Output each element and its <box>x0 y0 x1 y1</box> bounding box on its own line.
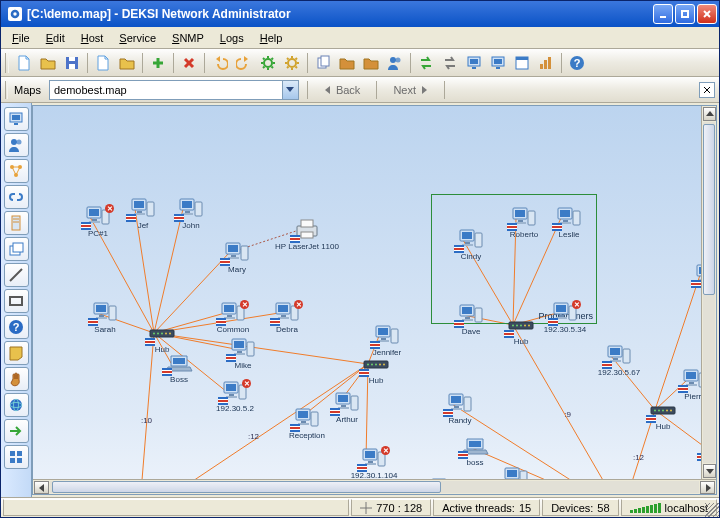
node-roberto[interactable]: Roberto <box>502 207 546 239</box>
node-pc1[interactable]: ✕ PC#1 <box>76 206 120 238</box>
menu-file[interactable]: File <box>5 30 37 46</box>
svg-rect-130 <box>370 341 380 343</box>
monitor-icon[interactable] <box>463 52 485 74</box>
node-arthur[interactable]: Arthur <box>325 392 369 424</box>
document-open-icon[interactable] <box>37 52 59 74</box>
refresh-stop-icon[interactable] <box>439 52 461 74</box>
menu-host[interactable]: Host <box>74 30 111 46</box>
dropdown-icon[interactable] <box>282 81 298 99</box>
shape-tool-icon[interactable] <box>4 289 29 313</box>
redo-icon[interactable] <box>233 52 255 74</box>
server-icon[interactable] <box>4 211 29 235</box>
close-button[interactable] <box>697 4 717 24</box>
flag-icon <box>552 223 562 231</box>
node-ip52[interactable]: ✕ 192.30.5.2 <box>213 381 257 413</box>
note-icon[interactable] <box>4 341 29 365</box>
scroll-right-icon[interactable] <box>700 481 715 494</box>
maximize-button[interactable] <box>675 4 695 24</box>
window-icon[interactable] <box>511 52 533 74</box>
users-tree-icon[interactable] <box>4 133 29 157</box>
line-tool-icon[interactable] <box>4 263 29 287</box>
svg-rect-127 <box>290 427 300 429</box>
scroll-down-icon[interactable] <box>703 464 716 478</box>
mapbar-grip[interactable] <box>5 81 8 99</box>
menu-snmp[interactable]: SNMP <box>165 30 211 46</box>
chart-icon[interactable] <box>535 52 557 74</box>
info-icon[interactable]: ? <box>4 315 29 339</box>
copy-icon[interactable] <box>312 52 334 74</box>
node-ip534[interactable]: ✕ 192.30.5.34 <box>543 302 587 334</box>
v-scroll-track[interactable] <box>703 122 715 463</box>
node-ip567[interactable]: 192.30.5.67 <box>597 345 641 377</box>
node-hub2[interactable]: Hub <box>354 353 398 385</box>
node-hubP[interactable]: Hub <box>499 314 543 346</box>
document-new-star-icon[interactable] <box>92 52 114 74</box>
h-scroll-thumb[interactable] <box>52 481 441 493</box>
undo-icon[interactable] <box>209 52 231 74</box>
node-leslie[interactable]: Leslie <box>547 207 591 239</box>
menu-help[interactable]: Help <box>253 30 290 46</box>
svg-rect-98 <box>88 318 98 320</box>
delete-icon[interactable] <box>178 52 200 74</box>
map-selector[interactable] <box>49 80 299 100</box>
h-scroll-track[interactable] <box>50 481 699 493</box>
help-icon[interactable]: ? <box>566 52 588 74</box>
hand-icon[interactable] <box>4 367 29 391</box>
node-mary[interactable]: Mary <box>215 242 259 274</box>
run-icon[interactable] <box>4 419 29 443</box>
node-boss2[interactable]: boss <box>453 435 497 467</box>
toolbar-grip[interactable] <box>5 53 9 73</box>
node-boss[interactable]: Boss <box>157 352 201 384</box>
vertical-scrollbar[interactable] <box>701 106 716 479</box>
node-john[interactable]: John <box>169 198 213 230</box>
menu-service[interactable]: Service <box>112 30 163 46</box>
node-hp[interactable]: HP LaserJet 1100 <box>285 219 329 251</box>
node-mike[interactable]: Mike <box>221 338 265 370</box>
v-scroll-thumb[interactable] <box>703 124 715 295</box>
add-icon[interactable] <box>147 52 169 74</box>
node-sarah[interactable]: Sarah <box>83 302 127 334</box>
node-hub1[interactable]: Hub <box>140 322 184 354</box>
node-hub3[interactable]: Hub <box>641 399 685 431</box>
menu-logs[interactable]: Logs <box>213 30 251 46</box>
node-jef[interactable]: Jef <box>121 198 165 230</box>
node-randy[interactable]: Randy <box>438 393 482 425</box>
map-path-input[interactable] <box>50 83 282 97</box>
network-canvas[interactable]: :10:12:16:14:11:9:12:11:13 Programmers ✕… <box>32 105 717 495</box>
node-dave[interactable]: Dave <box>449 304 493 336</box>
import-icon[interactable] <box>336 52 358 74</box>
pc-icon: ✕ <box>273 302 301 324</box>
globe-icon[interactable] <box>4 393 29 417</box>
close-map-button[interactable] <box>699 82 715 98</box>
node-cindy[interactable]: Cindy <box>449 229 493 261</box>
next-button[interactable]: Next <box>385 80 436 100</box>
users-icon[interactable] <box>384 52 406 74</box>
star-open-icon[interactable] <box>116 52 138 74</box>
window-stack-icon[interactable] <box>4 237 29 261</box>
node-debra[interactable]: ✕ Debra <box>265 302 309 334</box>
scroll-up-icon[interactable] <box>703 107 716 121</box>
refresh-icon[interactable] <box>415 52 437 74</box>
back-button[interactable]: Back <box>316 80 368 100</box>
node-ip104[interactable]: ✕ 192.30.1.104 <box>352 448 396 480</box>
horizontal-scrollbar[interactable] <box>33 479 716 494</box>
monitor-list-icon[interactable] <box>487 52 509 74</box>
svg-text:?: ? <box>13 321 20 333</box>
gear-icon[interactable] <box>257 52 279 74</box>
flag-icon <box>88 318 98 326</box>
node-recep[interactable]: Reception <box>285 408 329 440</box>
menu-edit[interactable]: Edit <box>39 30 72 46</box>
gear2-icon[interactable] <box>281 52 303 74</box>
flow-icon[interactable] <box>4 159 29 183</box>
scroll-left-icon[interactable] <box>34 481 49 494</box>
document-new-icon[interactable] <box>13 52 35 74</box>
node-common[interactable]: ✕ Common <box>211 302 255 334</box>
hub-icon <box>148 322 176 344</box>
resize-grip[interactable] <box>705 503 719 517</box>
link-icon[interactable] <box>4 185 29 209</box>
export-icon[interactable] <box>360 52 382 74</box>
home-icon[interactable] <box>4 107 29 131</box>
document-save-icon[interactable] <box>61 52 83 74</box>
minimize-button[interactable] <box>653 4 673 24</box>
layout-icon[interactable] <box>4 445 29 469</box>
